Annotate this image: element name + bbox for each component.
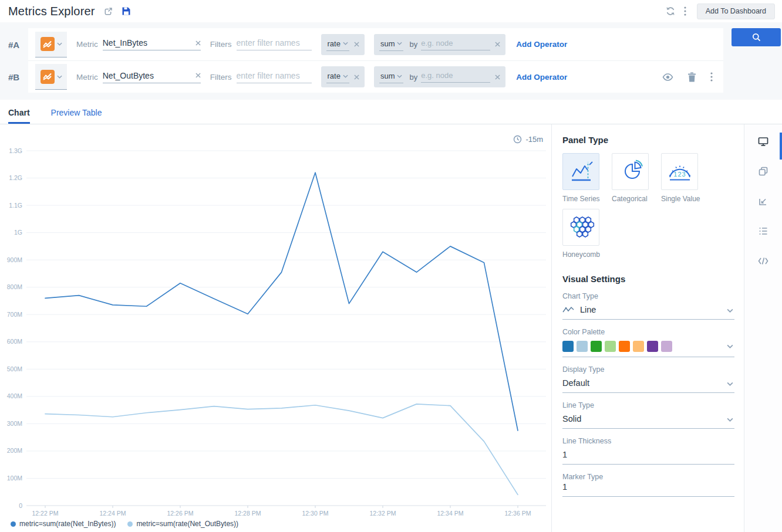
palette-swatch: [562, 341, 574, 352]
display-type-select[interactable]: Default: [562, 378, 734, 393]
legend-dot: [127, 521, 133, 527]
group-by-input[interactable]: [421, 71, 490, 83]
chevron-down-icon: [727, 309, 733, 313]
search-icon: [752, 33, 761, 42]
rate-operator-select[interactable]: rate: [326, 70, 349, 83]
legend-settings-icon[interactable]: [757, 225, 770, 238]
clear-metric-icon[interactable]: [196, 40, 201, 46]
field-line-thickness: Line Thickness 1: [562, 437, 734, 465]
svg-text:12:34 PM: 12:34 PM: [437, 510, 464, 517]
marker-type-input[interactable]: 1: [562, 482, 734, 497]
visual-settings-heading: Visual Settings: [562, 274, 734, 284]
chevron-down-icon: [343, 74, 348, 78]
line-thickness-input[interactable]: 1: [562, 450, 734, 465]
rate-operator-select[interactable]: rate: [326, 38, 349, 51]
metric-label: Metric: [76, 40, 98, 49]
axes-settings-icon[interactable]: [757, 195, 770, 208]
metric-input[interactable]: [103, 71, 196, 80]
panel-type-time-series[interactable]: Time Series: [562, 153, 612, 203]
add-operator-link[interactable]: Add Operator: [516, 73, 567, 82]
line-chart-icon: [562, 306, 574, 314]
palette-swatch: [647, 341, 658, 352]
run-search-button[interactable]: [732, 28, 781, 46]
tab-chart[interactable]: Chart: [8, 108, 30, 124]
color-palette-select[interactable]: [562, 341, 734, 357]
legend-item[interactable]: metric=sum(rate(Net_InBytes)): [11, 520, 116, 528]
add-to-dashboard-button[interactable]: Add To Dashboard: [697, 4, 775, 19]
clock-icon: [513, 135, 522, 144]
panel-type-single-value[interactable]: 123 Single Value: [661, 153, 710, 203]
metric-type-selector[interactable]: [35, 64, 67, 90]
chart-panel: -15m 0100M200M300M400M500M600M700M800M90…: [0, 124, 552, 532]
group-by-input[interactable]: [421, 39, 490, 50]
svg-text:1.2G: 1.2G: [9, 174, 22, 181]
svg-text:1.1G: 1.1G: [9, 202, 22, 209]
chevron-down-icon: [397, 74, 402, 78]
chevron-down-icon: [57, 75, 62, 79]
remove-rate-icon[interactable]: [354, 42, 359, 47]
filters-label: Filters: [210, 73, 232, 82]
save-icon[interactable]: [122, 6, 131, 16]
panel-type-categorical[interactable]: Categorical: [612, 153, 661, 203]
svg-text:100M: 100M: [7, 475, 22, 482]
delete-query-trash-icon[interactable]: [687, 72, 696, 82]
overlay-icon[interactable]: [757, 165, 770, 178]
refresh-icon[interactable]: [665, 6, 676, 16]
metrics-query-icon: [41, 70, 55, 84]
svg-text:200M: 200M: [7, 447, 22, 454]
aggregate-chip-sum: sum by: [374, 66, 505, 87]
metric-field-wrap: [103, 71, 201, 83]
svg-text:300M: 300M: [7, 420, 22, 427]
panel-type-honeycomb[interactable]: Honeycomb: [562, 209, 612, 259]
metric-label: Metric: [76, 73, 98, 82]
operator-chip-rate: rate: [321, 34, 365, 55]
remove-sum-icon[interactable]: [495, 74, 500, 80]
field-line-type: Line Type Solid: [562, 401, 734, 429]
page-title: Metrics Explorer: [8, 5, 95, 18]
clear-metric-icon[interactable]: [196, 73, 201, 78]
share-icon[interactable]: [103, 6, 113, 16]
hide-query-eye-icon[interactable]: [662, 73, 673, 81]
field-display-type: Display Type Default: [562, 365, 734, 393]
svg-text:12:30 PM: 12:30 PM: [302, 510, 329, 517]
tab-preview-table[interactable]: Preview Table: [51, 108, 102, 124]
svg-text:800M: 800M: [7, 283, 22, 290]
palette-swatch: [633, 341, 644, 352]
legend-item[interactable]: metric=sum(rate(Net_OutBytes)): [127, 520, 238, 528]
view-tabs: Chart Preview Table: [0, 100, 782, 124]
palette-swatches: [562, 341, 672, 352]
code-view-icon[interactable]: [757, 255, 770, 267]
palette-swatch: [661, 341, 672, 352]
remove-sum-icon[interactable]: [495, 42, 500, 47]
filters-input[interactable]: [237, 38, 312, 48]
chevron-down-icon: [57, 42, 62, 46]
row-kebab-icon[interactable]: [710, 72, 713, 82]
settings-panel: Panel Type Time Series: [552, 124, 744, 532]
filters-input[interactable]: [237, 71, 312, 80]
metric-input[interactable]: [103, 38, 196, 48]
line-type-select[interactable]: Solid: [562, 414, 734, 429]
row-actions: [662, 72, 713, 82]
svg-text:12:32 PM: 12:32 PM: [370, 510, 396, 517]
filters-label: Filters: [210, 40, 232, 49]
add-operator-link[interactable]: Add Operator: [516, 40, 567, 49]
legend-dot: [11, 521, 16, 527]
palette-swatch: [619, 341, 630, 352]
metrics-query-icon: [41, 37, 55, 51]
svg-text:700M: 700M: [7, 311, 22, 318]
metric-type-selector[interactable]: [35, 32, 67, 57]
sum-operator-select[interactable]: sum: [379, 70, 404, 83]
header-kebab-icon[interactable]: [684, 6, 686, 16]
query-section: #A Metric Filters rate: [0, 22, 782, 100]
query-row-b-id: #B: [8, 72, 19, 82]
time-range-indicator[interactable]: -15m: [513, 135, 543, 144]
active-tool-indicator: [780, 133, 782, 160]
sum-operator-select[interactable]: sum: [379, 38, 404, 51]
svg-text:600M: 600M: [7, 338, 22, 345]
display-settings-icon[interactable]: [757, 135, 770, 148]
svg-text:12:36 PM: 12:36 PM: [505, 510, 531, 517]
chevron-down-icon: [397, 42, 402, 45]
remove-rate-icon[interactable]: [354, 74, 359, 80]
metric-field-wrap: [103, 38, 201, 50]
chart-type-select[interactable]: Line: [562, 305, 734, 320]
